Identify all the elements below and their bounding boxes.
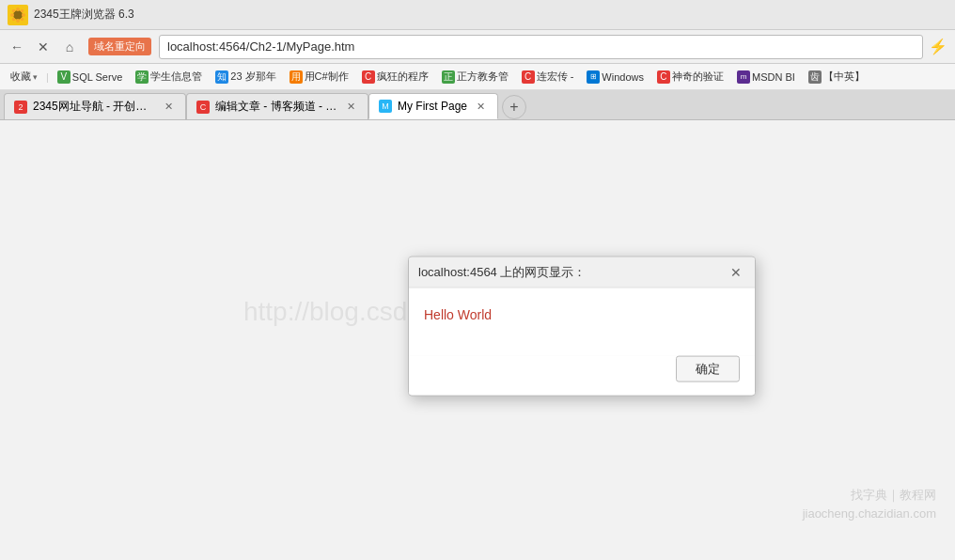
svg-point-8 <box>12 17 16 21</box>
dialog-footer: 确定 <box>409 356 755 396</box>
tab-mypage-close[interactable]: ✕ <box>473 99 488 114</box>
svg-point-9 <box>21 17 24 21</box>
alert-dialog: localhost:4564 上的网页显示： ✕ Hello World 确定 <box>408 257 756 397</box>
watermark-line2: jiaocheng.chazidian.com <box>803 505 936 523</box>
dialog-body: Hello World <box>409 288 755 356</box>
tab-2345-label: 2345网址导航 - 开创中国百年… <box>33 99 155 115</box>
tab-mypage-favicon: M <box>379 100 392 113</box>
dialog-ok-button[interactable]: 确定 <box>676 356 740 382</box>
svg-point-2 <box>16 8 20 11</box>
bookmark-lianhong-icon: C <box>522 70 535 84</box>
bookmark-windows-label: Windows <box>602 71 644 83</box>
bookmark-lianhong-label: 连宏传 - <box>537 70 574 84</box>
tab-csdn-favicon: C <box>196 101 210 114</box>
svg-point-6 <box>12 8 16 12</box>
dialog-title: localhost:4564 上的网页显示： <box>418 264 586 281</box>
bookmark-shenqi[interactable]: C 神奇的验证 <box>652 68 728 86</box>
bookmark-shenqi-label: 神奇的验证 <box>672 70 724 84</box>
tab-2345[interactable]: 2 2345网址导航 - 开创中国百年… ✕ <box>4 93 186 119</box>
bookmark-23-icon: 知 <box>215 70 228 84</box>
address-bar[interactable] <box>159 35 923 59</box>
bookmark-zhongying[interactable]: 齿 【中英】 <box>804 68 869 86</box>
dialog-close-button[interactable]: ✕ <box>727 263 745 282</box>
tab-csdn-close[interactable]: ✕ <box>343 100 358 115</box>
bookmark-sqlserve-icon: V <box>57 70 70 84</box>
stop-button[interactable]: ✕ <box>32 36 55 58</box>
bookmark-lianhong[interactable]: C 连宏传 - <box>517 68 579 86</box>
watermark: 找字典｜教程网 jiaocheng.chazidian.com <box>803 486 936 522</box>
bookmark-windows-icon: ⊞ <box>587 70 600 84</box>
tab-2345-favicon: 2 <box>14 101 27 114</box>
lightning-button[interactable]: ⚡ <box>927 36 949 58</box>
bookmark-crazy[interactable]: C 疯狂的程序 <box>357 68 433 86</box>
bookmark-zhengfang[interactable]: 正 正方教务管 <box>437 68 513 86</box>
bookmark-zhengfang-label: 正方教务管 <box>457 70 509 84</box>
tab-mypage-label: My First Page <box>398 100 467 113</box>
bookmark-23years[interactable]: 知 23 岁那年 <box>211 68 280 86</box>
dialog-message: Hello World <box>424 307 740 322</box>
app-logo <box>8 5 28 25</box>
new-tab-button[interactable]: + <box>502 95 526 119</box>
app-title: 2345王牌浏览器 6.3 <box>34 7 134 23</box>
tab-csdn-label: 编辑文章 - 博客频道 - CSDN.N… <box>215 99 337 115</box>
bookmarks-text: 收藏 <box>10 70 31 84</box>
bookmark-zhongying-label: 【中英】 <box>823 70 865 84</box>
bookmarks-label[interactable]: 收藏 ▾ <box>6 68 42 86</box>
bookmark-csharp-icon: 用 <box>290 70 303 84</box>
svg-point-7 <box>21 8 24 12</box>
bookmark-msdn-icon: m <box>737 70 750 84</box>
back-button[interactable]: ← <box>6 36 28 58</box>
dialog-titlebar: localhost:4564 上的网页显示： ✕ <box>409 257 755 288</box>
tab-mypage[interactable]: M My First Page ✕ <box>368 93 498 119</box>
tabs-bar: 2 2345网址导航 - 开创中国百年… ✕ C 编辑文章 - 博客频道 - C… <box>0 90 955 120</box>
svg-point-5 <box>22 13 25 17</box>
nav-bar: ← ✕ ⌂ 域名重定向 ⚡ <box>0 30 955 64</box>
redirect-badge[interactable]: 域名重定向 <box>88 38 151 55</box>
bookmark-msdn[interactable]: m MSDN BI <box>732 69 800 86</box>
bookmark-zhongying-icon: 齿 <box>808 70 822 84</box>
bookmark-student-icon: 学 <box>135 70 149 84</box>
bookmark-windows[interactable]: ⊞ Windows <box>582 69 649 86</box>
bookmark-msdn-label: MSDN BI <box>752 71 795 83</box>
tab-2345-close[interactable]: ✕ <box>161 100 176 115</box>
bookmark-csharp-label: 用C#制作 <box>305 70 349 84</box>
page-content: http://blog.csdn.net/jiaocheng_chazidian… <box>0 120 955 560</box>
bookmarks-arrow: ▾ <box>33 72 38 82</box>
bookmark-23-label: 23 岁那年 <box>230 70 275 84</box>
svg-point-3 <box>16 19 20 23</box>
bookmark-student-label: 学生信息管 <box>150 70 202 84</box>
bookmark-zhengfang-icon: 正 <box>442 70 455 84</box>
bookmark-sqlserve[interactable]: V SQL Serve <box>53 69 127 86</box>
home-button[interactable]: ⌂ <box>58 36 81 58</box>
svg-point-4 <box>10 13 14 17</box>
bookmark-crazy-label: 疯狂的程序 <box>377 70 429 84</box>
bookmarks-bar: 收藏 ▾ | V SQL Serve 学 学生信息管 知 23 岁那年 用 用C… <box>0 64 955 90</box>
watermark-line1: 找字典｜教程网 <box>803 486 936 505</box>
tab-csdn[interactable]: C 编辑文章 - 博客频道 - CSDN.N… ✕ <box>186 93 368 119</box>
bookmark-shenqi-icon: C <box>657 70 670 84</box>
bookmark-sqlserve-label: SQL Serve <box>72 71 122 83</box>
bookmark-crazy-icon: C <box>362 70 375 84</box>
bookmark-csharp[interactable]: 用 用C#制作 <box>285 68 353 86</box>
title-bar: 2345王牌浏览器 6.3 <box>0 0 955 30</box>
bookmark-student[interactable]: 学 学生信息管 <box>131 68 207 86</box>
